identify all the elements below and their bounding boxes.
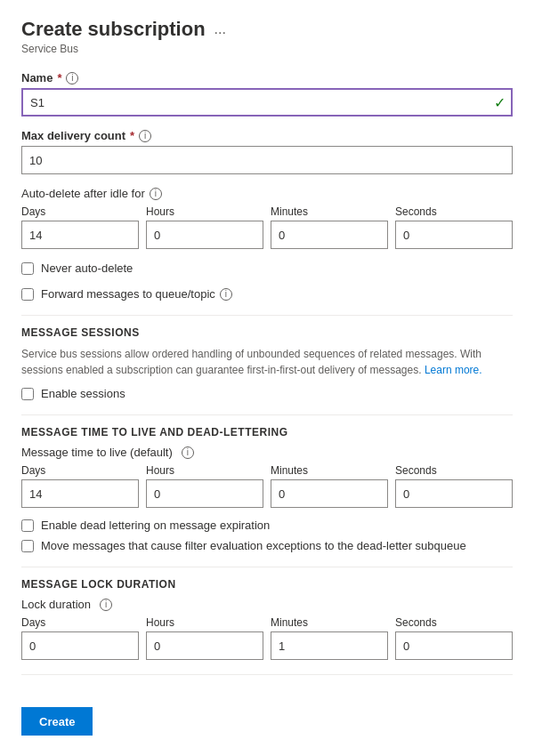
check-icon: ✓ <box>494 94 506 111</box>
message-sessions-heading: MESSAGE SESSIONS <box>21 326 513 339</box>
never-auto-delete-row: Never auto-delete <box>21 261 513 275</box>
auto-delete-hours: Hours <box>146 205 263 249</box>
auto-delete-field-group: Auto-delete after idle for i Days Hours … <box>21 187 513 249</box>
dead-letter-checkbox[interactable] <box>21 519 34 532</box>
message-sessions-description: Service bus sessions allow ordered handl… <box>21 346 513 378</box>
auto-delete-minutes: Minutes <box>271 205 388 249</box>
enable-sessions-checkbox[interactable] <box>21 388 34 400</box>
lock-duration-section: MESSAGE LOCK DURATION Lock duration i Da… <box>21 578 513 660</box>
ttl-grid: Days Hours Minutes Seconds <box>21 464 513 508</box>
lock-days-input[interactable] <box>21 631 139 660</box>
name-required-mark: * <box>57 71 61 84</box>
auto-delete-hours-input[interactable] <box>146 221 263 249</box>
lock-minutes-label: Minutes <box>271 616 388 629</box>
max-delivery-field-group: Max delivery count * i <box>21 129 513 174</box>
ttl-days-input[interactable] <box>21 479 139 508</box>
ttl-seconds: Seconds <box>395 464 513 508</box>
ttl-seconds-label: Seconds <box>395 464 513 477</box>
bottom-divider <box>21 674 513 675</box>
learn-more-link[interactable]: Learn more. <box>425 364 482 376</box>
lock-hours: Hours <box>146 616 263 660</box>
lock-grid: Days Hours Minutes Seconds <box>21 616 513 660</box>
lock-seconds: Seconds <box>395 616 513 660</box>
name-input-wrapper: ✓ <box>21 88 513 117</box>
divider-3 <box>21 567 513 567</box>
ttl-minutes-input[interactable] <box>271 479 388 508</box>
auto-delete-grid: Days Hours Minutes Seconds <box>21 205 513 249</box>
lock-hours-label: Hours <box>146 616 263 629</box>
auto-delete-label: Auto-delete after idle for <box>21 187 145 200</box>
name-label: Name <box>21 71 53 84</box>
lock-days-label: Days <box>21 616 139 629</box>
ttl-days: Days <box>21 464 139 508</box>
never-auto-delete-label: Never auto-delete <box>41 261 133 275</box>
subtitle: Service Bus <box>21 43 513 55</box>
filter-exceptions-label: Move messages that cause filter evaluati… <box>41 539 466 552</box>
ttl-info-icon[interactable]: i <box>182 446 194 459</box>
auto-delete-seconds: Seconds <box>395 205 513 249</box>
auto-delete-seconds-label: Seconds <box>395 205 513 218</box>
ttl-label: Message time to live (default) <box>21 446 173 459</box>
auto-delete-days: Days <box>21 205 139 249</box>
max-delivery-input[interactable] <box>21 146 513 174</box>
lock-minutes-input[interactable] <box>271 631 388 660</box>
enable-sessions-row: Enable sessions <box>21 387 513 400</box>
name-input[interactable] <box>21 88 513 117</box>
forward-messages-label: Forward messages to queue/topic i <box>41 287 232 301</box>
name-info-icon[interactable]: i <box>66 72 78 84</box>
lock-seconds-input[interactable] <box>395 631 513 660</box>
forward-messages-row: Forward messages to queue/topic i <box>21 287 513 301</box>
lock-minutes: Minutes <box>271 616 388 660</box>
lock-duration-heading: MESSAGE LOCK DURATION <box>21 578 513 591</box>
max-delivery-info-icon[interactable]: i <box>139 130 151 142</box>
auto-delete-info-icon[interactable]: i <box>150 188 162 200</box>
forward-messages-info-icon[interactable]: i <box>220 288 232 301</box>
ttl-minutes-label: Minutes <box>271 464 388 477</box>
auto-delete-days-label: Days <box>21 205 139 218</box>
auto-delete-minutes-label: Minutes <box>271 205 388 218</box>
name-field-group: Name * i ✓ <box>21 71 513 117</box>
dead-letter-row: Enable dead lettering on message expirat… <box>21 519 513 532</box>
max-delivery-label: Max delivery count <box>21 129 125 142</box>
divider-2 <box>21 414 513 415</box>
ttl-days-label: Days <box>21 464 139 477</box>
lock-hours-input[interactable] <box>146 631 263 660</box>
ttl-hours-label: Hours <box>146 464 263 477</box>
lock-seconds-label: Seconds <box>395 616 513 629</box>
message-ttl-section: MESSAGE TIME TO LIVE AND DEAD-LETTERING … <box>21 426 513 552</box>
ttl-hours: Hours <box>146 464 263 508</box>
message-sessions-section: MESSAGE SESSIONS Service bus sessions al… <box>21 326 513 400</box>
auto-delete-hours-label: Hours <box>146 205 263 218</box>
filter-exceptions-checkbox[interactable] <box>21 540 34 552</box>
auto-delete-seconds-input[interactable] <box>395 221 513 249</box>
ttl-minutes: Minutes <box>271 464 388 508</box>
enable-sessions-label: Enable sessions <box>41 387 125 400</box>
message-ttl-heading: MESSAGE TIME TO LIVE AND DEAD-LETTERING <box>21 426 513 438</box>
ttl-hours-input[interactable] <box>146 479 263 508</box>
lock-days: Days <box>21 616 139 660</box>
auto-delete-minutes-input[interactable] <box>271 221 388 249</box>
ttl-seconds-input[interactable] <box>395 479 513 508</box>
lock-label: Lock duration <box>21 598 91 611</box>
lock-info-icon[interactable]: i <box>100 599 112 611</box>
never-auto-delete-checkbox[interactable] <box>21 262 34 275</box>
divider-1 <box>21 315 513 316</box>
ellipsis-icon[interactable]: ... <box>214 21 226 37</box>
filter-exceptions-row: Move messages that cause filter evaluati… <box>21 539 513 552</box>
forward-messages-checkbox[interactable] <box>21 288 34 301</box>
auto-delete-days-input[interactable] <box>21 221 139 249</box>
create-button[interactable]: Create <box>21 707 93 736</box>
dead-letter-label: Enable dead lettering on message expirat… <box>41 519 270 532</box>
max-delivery-required-mark: * <box>130 129 134 142</box>
page-title: Create subscription <box>21 18 206 41</box>
